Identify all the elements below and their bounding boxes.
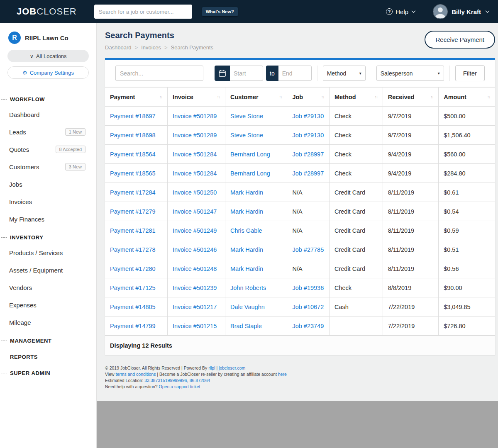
- customer-link[interactable]: Mark Hardin: [230, 189, 263, 196]
- locations-dropdown[interactable]: ∨ All Locations: [7, 50, 89, 62]
- column-header-label: Customer: [230, 94, 259, 100]
- payment-link[interactable]: Payment #17280: [110, 265, 156, 272]
- invoice-link[interactable]: Invoice #501284: [173, 151, 217, 158]
- payment-link[interactable]: Payment #18564: [110, 151, 156, 158]
- footer-line: Estimated Location: 33.387315199999996,-…: [105, 377, 495, 384]
- user-menu[interactable]: Billy Kraft: [433, 5, 490, 19]
- sidebar-item-expenses[interactable]: Expenses: [0, 296, 96, 314]
- invoice-link[interactable]: Invoice #501289: [173, 113, 217, 119]
- sidebar-item-customers[interactable]: Customers3 New: [0, 158, 96, 175]
- customer-link[interactable]: Mark Hardin: [230, 246, 263, 253]
- payment-link[interactable]: Payment #18697: [110, 113, 156, 119]
- sidebar-section-management[interactable]: MANAGEMENT: [0, 331, 96, 347]
- receive-payment-button[interactable]: Receive Payment: [425, 31, 495, 49]
- filter-button[interactable]: Filter: [455, 65, 485, 81]
- payments-search-input[interactable]: [115, 66, 203, 81]
- job-link[interactable]: Job #27785: [292, 246, 324, 253]
- footer-link[interactable]: Open a support ticket: [159, 384, 200, 389]
- customer-link[interactable]: Mark Hardin: [230, 208, 263, 215]
- invoice-link[interactable]: Invoice #501250: [173, 189, 217, 196]
- payment-link[interactable]: Payment #14799: [110, 323, 156, 329]
- sidebar-item-mileage[interactable]: Mileage: [0, 314, 96, 331]
- calendar-button[interactable]: [215, 66, 230, 81]
- sidebar-item-jobs[interactable]: Jobs: [0, 175, 96, 193]
- invoice-link[interactable]: Invoice #501215: [173, 323, 217, 329]
- column-header-payment[interactable]: Payment↑↓: [105, 88, 167, 107]
- customer-link[interactable]: Bernhard Long: [230, 170, 270, 177]
- column-header-amount[interactable]: Amount↑↓: [439, 88, 495, 107]
- customer-link[interactable]: John Roberts: [230, 285, 266, 291]
- sidebar-section-reports[interactable]: REPORTS: [0, 347, 96, 363]
- job-link[interactable]: Job #28997: [292, 170, 324, 177]
- customer-link[interactable]: Chris Gable: [230, 227, 262, 234]
- job-link[interactable]: Job #10672: [292, 304, 324, 310]
- sidebar-item-my-finances[interactable]: My Finances: [0, 210, 96, 228]
- footer-link[interactable]: terms and conditions: [116, 372, 156, 377]
- payment-link[interactable]: Payment #18698: [110, 132, 156, 139]
- job-link[interactable]: Job #19936: [292, 285, 324, 291]
- method-select[interactable]: Method ▾: [323, 66, 366, 81]
- payment-link[interactable]: Payment #17278: [110, 246, 156, 253]
- job-link[interactable]: Job #29130: [292, 113, 324, 119]
- invoice-link[interactable]: Invoice #501248: [173, 265, 217, 272]
- received-cell: 7/22/2019: [388, 323, 415, 329]
- invoice-link[interactable]: Invoice #501246: [173, 246, 217, 253]
- payment-link[interactable]: Payment #17284: [110, 189, 156, 196]
- customer-link[interactable]: Steve Stone: [230, 132, 263, 139]
- invoice-link[interactable]: Invoice #501247: [173, 208, 217, 215]
- footer-link[interactable]: here: [278, 372, 287, 377]
- sidebar-item-quotes[interactable]: Quotes8 Accepted: [0, 141, 96, 158]
- job-link[interactable]: Job #29130: [292, 132, 324, 139]
- company-logo: R: [8, 32, 21, 44]
- sidebar-item-dashboard[interactable]: Dashboard: [0, 106, 96, 123]
- app-logo[interactable]: JOBCLOSER: [17, 6, 77, 17]
- customer-link[interactable]: Bernhard Long: [230, 151, 270, 158]
- main-content: Search Payments Dashboard>Invoices>Searc…: [97, 23, 498, 401]
- column-header-job[interactable]: Job↑↓: [287, 88, 330, 107]
- column-header-invoice[interactable]: Invoice↑↓: [167, 88, 225, 107]
- start-date-input[interactable]: [230, 66, 263, 81]
- sidebar-section-workflow[interactable]: WORKFLOW: [0, 90, 96, 106]
- footer-link[interactable]: 33.387315199999996,-86.872064: [144, 378, 210, 383]
- breadcrumb-item-dashboard[interactable]: Dashboard: [105, 44, 132, 51]
- invoice-link[interactable]: Invoice #501289: [173, 132, 217, 139]
- whats-new-button[interactable]: What's New?: [202, 7, 238, 16]
- invoice-link[interactable]: Invoice #501217: [173, 304, 217, 310]
- payment-link[interactable]: Payment #14805: [110, 304, 156, 310]
- sidebar-section-super-admin[interactable]: SUPER ADMIN: [0, 363, 96, 380]
- payment-link[interactable]: Payment #17279: [110, 208, 156, 215]
- customer-link[interactable]: Brad Staple: [230, 323, 262, 329]
- sidebar-item-assets-equipment[interactable]: Assets / Equipment: [0, 261, 96, 279]
- footer-link[interactable]: riipl: [208, 365, 215, 370]
- table-header-row: Payment↑↓Invoice↑↓Customer↑↓Job↑↓Method↑…: [105, 88, 495, 107]
- help-menu[interactable]: ? Help: [386, 8, 416, 15]
- footer-link[interactable]: jobcloser.com: [219, 365, 245, 370]
- job-link[interactable]: Job #28997: [292, 151, 324, 158]
- payment-link[interactable]: Payment #17281: [110, 227, 156, 234]
- column-header-method[interactable]: Method↑↓: [329, 88, 383, 107]
- customer-link[interactable]: Dale Vaughn: [230, 304, 265, 310]
- invoice-link[interactable]: Invoice #501239: [173, 285, 217, 291]
- column-header-customer[interactable]: Customer↑↓: [225, 88, 287, 107]
- sidebar-item-leads[interactable]: Leads1 New: [0, 123, 96, 141]
- received-cell: 8/11/2019: [388, 227, 414, 234]
- job-link[interactable]: Job #23749: [292, 323, 324, 329]
- section-dash-icon: [1, 357, 7, 357]
- payment-link[interactable]: Payment #17125: [110, 285, 156, 291]
- customer-link[interactable]: Steve Stone: [230, 113, 263, 119]
- breadcrumb-item-invoices[interactable]: Invoices: [141, 44, 161, 51]
- sidebar-item-label: Mileage: [9, 319, 31, 326]
- global-search-input[interactable]: [94, 5, 192, 19]
- column-header-received[interactable]: Received↑↓: [383, 88, 438, 107]
- sidebar-item-invoices[interactable]: Invoices: [0, 193, 96, 210]
- invoice-link[interactable]: Invoice #501249: [173, 227, 217, 234]
- invoice-link[interactable]: Invoice #501284: [173, 170, 217, 177]
- sidebar-item-products-services[interactable]: Products / Services: [0, 244, 96, 261]
- salesperson-select[interactable]: Salesperson ▾: [376, 66, 444, 81]
- sidebar-item-vendors[interactable]: Vendors: [0, 279, 96, 296]
- customer-link[interactable]: Mark Hardin: [230, 265, 263, 272]
- company-settings-button[interactable]: ⚙ Company Settings: [7, 66, 89, 79]
- end-date-input[interactable]: [278, 66, 312, 81]
- sidebar-section-inventory[interactable]: INVENTORY: [0, 228, 96, 244]
- payment-link[interactable]: Payment #18565: [110, 170, 156, 177]
